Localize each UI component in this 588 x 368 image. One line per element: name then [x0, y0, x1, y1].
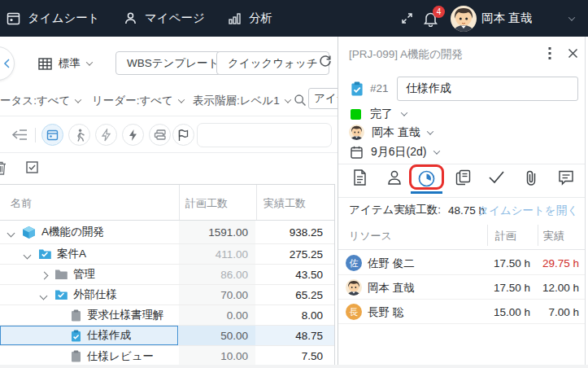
- user-name: 岡本 直哉: [481, 0, 532, 37]
- table-row[interactable]: 要求仕様書理解 0.00 8.00: [0, 305, 334, 326]
- layers-button[interactable]: [149, 124, 171, 146]
- resource-row[interactable]: 長 長野 聡 15.00 h 7.00 h: [338, 300, 585, 324]
- item-id: #21: [370, 82, 389, 94]
- bar-chart-icon: [229, 12, 242, 25]
- item-search-input[interactable]: アイテ: [308, 88, 338, 109]
- lightning-filled-icon: [128, 129, 138, 142]
- grid-icon: [38, 57, 52, 71]
- layered-cards-icon: [154, 129, 167, 141]
- delete-button[interactable]: [0, 161, 7, 175]
- assignee-avatar: [349, 125, 364, 140]
- tab-comments[interactable]: [558, 169, 574, 186]
- row-actual: 275.25: [256, 244, 329, 264]
- wbs-work-area: 標準 WBSテンプレート クイックウォッチ ータス:すべて リーダー:すべて 表…: [0, 37, 338, 368]
- row-name: 仕様レビュー: [87, 349, 154, 364]
- item-title-row: #21: [338, 77, 585, 101]
- table-row[interactable]: 外部仕様 70.00 65.25: [0, 285, 334, 305]
- expand-button[interactable]: [400, 0, 414, 37]
- tab-document[interactable]: [353, 169, 367, 186]
- filter-level[interactable]: 表示階層:レベル1: [193, 91, 290, 111]
- row-planned: 70.00: [179, 285, 255, 304]
- notifications-button[interactable]: 4: [423, 0, 438, 37]
- avatar-initial: 佐: [346, 255, 362, 271]
- resource-planned: 15.00 h: [494, 300, 530, 324]
- resource-avatar: [346, 279, 362, 296]
- avatar-image: [451, 6, 477, 32]
- table-row[interactable]: 案件A 411.00 275.25: [0, 244, 334, 265]
- nav-mypage[interactable]: マイページ: [124, 0, 205, 37]
- walking-person-icon: [74, 129, 85, 142]
- trash-icon: [0, 161, 7, 175]
- date-label: 9月6日(2d): [371, 145, 426, 160]
- row-name: 仕様作成: [87, 328, 131, 343]
- wbs-template-button[interactable]: WBSテンプレート: [115, 51, 230, 75]
- col-name: 名前: [11, 196, 32, 211]
- wbs-template-label: WBSテンプレート: [127, 56, 219, 71]
- paperclip-icon: [524, 169, 538, 186]
- item-search[interactable]: [294, 92, 307, 107]
- refresh-button[interactable]: [318, 54, 333, 68]
- table-row[interactable]: 仕様レビュー 10.00 7.50: [0, 346, 334, 366]
- avatar-initial: 長: [346, 304, 362, 320]
- folder-check-icon: [38, 248, 51, 260]
- table-row-selected[interactable]: 仕様作成 50.00 48.75: [0, 326, 334, 346]
- row-actual: 48.75: [256, 326, 329, 345]
- user-menu-chevron[interactable]: [569, 0, 574, 37]
- user-avatar[interactable]: [451, 0, 477, 37]
- view-selector[interactable]: 標準: [38, 54, 92, 73]
- row-actual: 43.50: [256, 265, 329, 284]
- panel-close-button[interactable]: [568, 48, 578, 59]
- clipboard-icon: [71, 309, 81, 322]
- assignee-name: 岡本 直哉: [372, 125, 420, 140]
- notification-badge: 4: [433, 6, 445, 18]
- item-name-input[interactable]: [397, 77, 578, 101]
- row-name: A機能の開発: [41, 225, 104, 239]
- calendar-icon: [46, 129, 59, 141]
- panel-header: [PRJ-099] A機能の開発: [349, 47, 463, 62]
- filter-status[interactable]: ータス:すべて: [0, 91, 81, 111]
- quick-watch-button[interactable]: クイックウォッチ: [216, 51, 329, 75]
- search-icon: [294, 94, 307, 107]
- row-planned: 411.00: [179, 244, 255, 264]
- clipboard-check-icon: [351, 81, 364, 96]
- resource-planned: 17.50 h: [494, 251, 530, 275]
- flash-filled-button[interactable]: [122, 124, 144, 146]
- row-planned: 50.00: [179, 326, 255, 345]
- tab-attachments[interactable]: [524, 169, 538, 186]
- date-dropdown[interactable]: 9月6日(2d): [351, 145, 439, 160]
- kebab-menu-icon: [548, 46, 551, 60]
- resource-actual: 7.00 h: [548, 300, 579, 324]
- assignee-dropdown[interactable]: 岡本 直哉: [349, 125, 433, 140]
- status-dropdown[interactable]: 完了: [351, 107, 407, 121]
- active-tab-underline: [411, 191, 442, 194]
- summary-row: アイテム実績工数: 48.75 h: [349, 202, 485, 218]
- resource-row[interactable]: 岡本 直哉 17.50 h 12.00 h: [338, 275, 585, 300]
- tab-copies[interactable]: [455, 169, 471, 186]
- table-row[interactable]: 管理 86.00 43.50: [0, 265, 334, 285]
- close-icon: [568, 48, 578, 59]
- open-timesheet-link[interactable]: タイムシートを開く: [477, 204, 578, 218]
- lightning-outline-icon: [101, 129, 111, 142]
- panel-menu-button[interactable]: [548, 46, 551, 60]
- resource-name: 長野 聡: [368, 305, 403, 320]
- resource-row[interactable]: 佐 佐野 俊二 17.50 h 29.75 h: [338, 251, 585, 275]
- filter-leader[interactable]: リーダー:すべて: [92, 91, 184, 111]
- outdent-button[interactable]: [11, 128, 28, 142]
- bottom-edge: [0, 365, 588, 368]
- res-col-actual: 実績: [543, 229, 564, 243]
- table-row[interactable]: A機能の開発 1591.00 938.25: [0, 221, 334, 244]
- walkthrough-button[interactable]: [68, 124, 90, 146]
- row-name: 外部仕様: [73, 287, 117, 302]
- select-all-checkbox[interactable]: [26, 161, 38, 173]
- nav-analysis[interactable]: 分析: [229, 0, 272, 37]
- calendar-view-button[interactable]: [41, 124, 63, 146]
- flag-button[interactable]: [172, 124, 194, 146]
- tab-checklist[interactable]: [488, 169, 505, 184]
- flash-outline-button[interactable]: [95, 124, 117, 146]
- row-planned: 1591.00: [179, 221, 255, 243]
- toolbar-empty-field[interactable]: [197, 123, 332, 147]
- tab-assignees[interactable]: [386, 169, 403, 186]
- nav-timesheet[interactable]: タイムシート: [7, 0, 100, 37]
- collapse-panel-button[interactable]: [0, 46, 15, 81]
- summary-label: アイテム実績工数:: [349, 203, 441, 217]
